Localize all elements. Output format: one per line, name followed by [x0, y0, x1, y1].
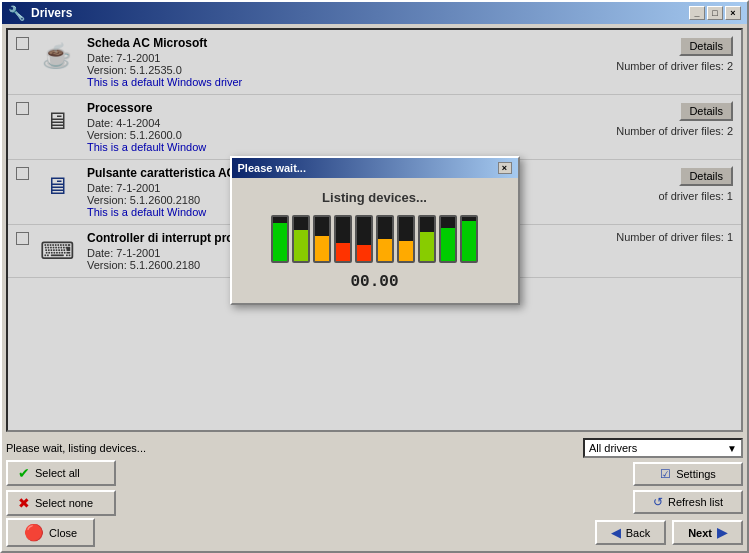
minimize-button[interactable]: _: [689, 6, 705, 20]
indicator-fill-2: [315, 236, 329, 260]
action-row-1: ✔ Select all ✖ Select none ☑ Settings ↺ …: [6, 460, 743, 516]
modal-body-text: Listing devices...: [322, 190, 427, 205]
nav-right: ◀ Back Next ▶: [595, 520, 743, 545]
window-title: Drivers: [31, 6, 72, 20]
back-label: Back: [626, 527, 650, 539]
modal-title: Please wait...: [238, 162, 306, 174]
indicators-row: [271, 215, 478, 263]
window-content: ☕ Scheda AC Microsoft Date: 7-1-2001 Ver…: [2, 24, 747, 551]
indicator-fill-5: [378, 239, 392, 261]
indicator-bar-1: [292, 215, 310, 263]
status-text: Please wait, listing devices...: [6, 442, 146, 454]
select-all-label: Select all: [35, 467, 80, 479]
settings-button[interactable]: ☑ Settings: [633, 462, 743, 486]
indicator-fill-9: [462, 221, 476, 261]
modal-overlay: Please wait... × Listing devices... 00.0…: [8, 30, 741, 430]
dropdown-selected: All drivers: [589, 442, 637, 454]
dropdown-arrow-icon: ▼: [727, 443, 737, 454]
indicator-fill-6: [399, 241, 413, 261]
refresh-button[interactable]: ↺ Refresh list: [633, 490, 743, 514]
indicator-fill-4: [357, 245, 371, 260]
indicator-bar-9: [460, 215, 478, 263]
indicator-fill-7: [420, 232, 434, 261]
settings-icon: ☑: [660, 467, 671, 481]
modal-titlebar: Please wait... ×: [232, 158, 518, 178]
back-icon: ◀: [611, 525, 621, 540]
settings-label: Settings: [676, 468, 716, 480]
indicator-bar-3: [334, 215, 352, 263]
indicator-bar-4: [355, 215, 373, 263]
next-icon: ▶: [717, 525, 727, 540]
driver-filter-dropdown[interactable]: All drivers ▼: [583, 438, 743, 458]
nav-row: 🔴 Close ◀ Back Next ▶: [6, 516, 743, 547]
maximize-button[interactable]: □: [707, 6, 723, 20]
close-label: Close: [49, 527, 77, 539]
indicator-fill-1: [294, 230, 308, 261]
close-button[interactable]: 🔴 Close: [6, 518, 95, 547]
indicator-bar-2: [313, 215, 331, 263]
please-wait-dialog: Please wait... × Listing devices... 00.0…: [230, 156, 520, 305]
indicator-fill-0: [273, 223, 287, 260]
title-controls: _ □ ×: [689, 6, 741, 20]
app-icon: 🔧: [8, 5, 25, 21]
main-window: 🔧 Drivers _ □ × ☕ Scheda AC Microsoft Da…: [0, 0, 749, 553]
title-bar-left: 🔧 Drivers: [8, 5, 72, 21]
select-none-label: Select none: [35, 497, 93, 509]
modal-body: Listing devices... 00.00: [232, 178, 518, 303]
next-button[interactable]: Next ▶: [672, 520, 743, 545]
indicator-bar-6: [397, 215, 415, 263]
x-icon: ✖: [18, 495, 30, 511]
select-all-button[interactable]: ✔ Select all: [6, 460, 116, 486]
refresh-label: Refresh list: [668, 496, 723, 508]
modal-close-button[interactable]: ×: [498, 162, 512, 174]
refresh-icon: ↺: [653, 495, 663, 509]
indicator-fill-3: [336, 243, 350, 261]
check-icon: ✔: [18, 465, 30, 481]
select-none-button[interactable]: ✖ Select none: [6, 490, 116, 516]
title-bar: 🔧 Drivers _ □ ×: [2, 2, 747, 24]
close-window-button[interactable]: ×: [725, 6, 741, 20]
indicator-bar-8: [439, 215, 457, 263]
driver-list-container: ☕ Scheda AC Microsoft Date: 7-1-2001 Ver…: [6, 28, 743, 432]
indicator-bar-5: [376, 215, 394, 263]
indicator-bar-0: [271, 215, 289, 263]
next-label: Next: [688, 527, 712, 539]
back-button[interactable]: ◀ Back: [595, 520, 666, 545]
indicator-fill-8: [441, 228, 455, 261]
status-row: Please wait, listing devices... All driv…: [6, 436, 743, 460]
indicator-bar-7: [418, 215, 436, 263]
modal-counter: 00.00: [350, 273, 398, 291]
close-icon: 🔴: [24, 523, 44, 542]
